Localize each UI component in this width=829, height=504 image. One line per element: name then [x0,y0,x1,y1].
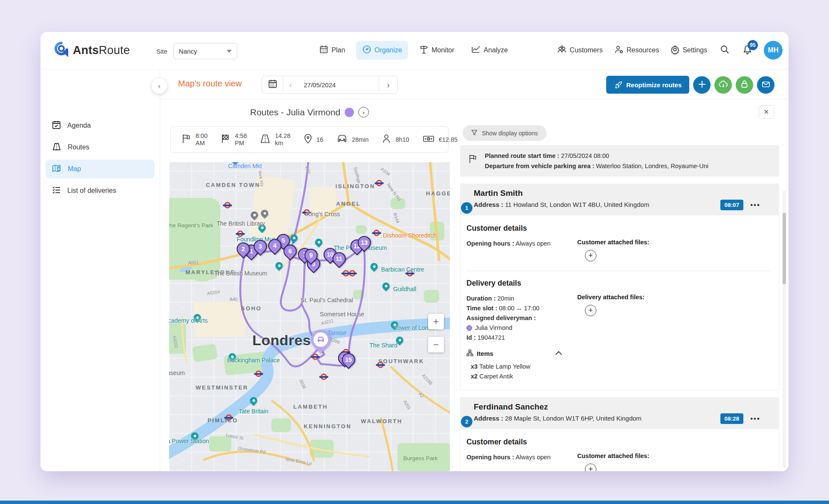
top-navbar: AntsRoute Site Nancy Plan Organize Monit… [40,32,789,69]
next-route-button[interactable]: › [358,107,369,117]
add-customer-file-button[interactable]: + [585,464,596,471]
eta-badge: 08:07 [720,200,744,210]
sidebar-item-list-of-deliveries[interactable]: List of deliveries [46,181,155,200]
people-icon [557,45,567,56]
stop-card-2[interactable]: 2 Ferdinand Sanchez Address : 28 Maple S… [460,397,779,429]
envelope-icon [761,80,771,90]
stop-customer-name: Ferdinand Sanchez [474,402,771,412]
car-icon [336,133,348,146]
sidebar-item-routes[interactable]: Routes [46,138,155,157]
lock-routes-button[interactable] [736,76,753,94]
map-zoom-controls: + − [428,314,444,352]
underground-roundel-icon [349,270,356,277]
stop-marker-number: 9 [305,249,317,261]
calendar-icon [268,79,278,91]
nav-settings[interactable]: Settings [670,45,707,56]
stat-cost: €12.85 [422,133,458,146]
tab-organize[interactable]: Organize [356,41,408,60]
show-display-options-button[interactable]: Show display options [463,125,547,141]
gear-icon [670,45,680,56]
app-logo[interactable]: AntsRoute [53,41,130,59]
route-polyline-layer [169,162,450,471]
bottom-accent-strip [0,501,829,504]
stop-menu-button[interactable]: ••• [750,201,760,209]
banknote-icon [422,133,435,146]
delivery-item: x2 Carpet Antik [471,372,770,381]
departure-label: Departure from vehicle parking area : [485,163,594,169]
stat-start-time: 8:00AM [181,132,207,147]
brand-name: AntsRoute [73,44,130,57]
zoom-out-button[interactable]: − [428,337,444,352]
avatar[interactable]: MH [764,41,783,60]
panel-scrollbar[interactable] [783,191,786,468]
tab-analyze[interactable]: Analyze [465,41,514,60]
sidebar-item-map[interactable]: Map [46,160,155,178]
stop-marker-number: 13 [359,237,370,248]
stop-marker-number: 3 [255,241,266,252]
time-slot: Time slot : 08:00 ↔ 17:00 [466,304,573,313]
underground-roundel-icon [312,354,319,360]
stop-customer-name: Martin Smith [474,189,771,198]
add-customer-file-button[interactable]: + [585,250,596,261]
calendar-picker-button[interactable] [262,76,283,93]
person-gear-icon [614,45,624,56]
nav-customers[interactable]: Customers [557,45,602,56]
zoom-in-button[interactable]: + [428,314,444,329]
search-button[interactable] [718,44,731,57]
previous-day-button[interactable]: ‹ [283,76,298,93]
delivery-details-title: Delivery details [466,279,770,288]
view-header: Map's route view ‹ 27/05/2024 › Reoptimi… [160,69,789,99]
delivery-files-label: Delivery attached files: [577,294,770,301]
date-display[interactable]: 27/05/2024 [298,76,379,93]
eta-badge: 08:28 [720,413,744,424]
site-select[interactable]: Nancy [173,43,237,59]
sidebar-item-agenda[interactable]: Agenda [46,116,155,135]
signpost-icon [419,45,429,56]
next-day-button[interactable]: › [379,76,397,93]
stop-1-details: Customer details Opening hours : Always … [460,215,779,390]
stop-number-badge: 2 [461,416,472,427]
route-start-time-value: 27/05/2024 08:00 [561,152,609,159]
close-panel-button[interactable]: ✕ [759,105,774,119]
start-flag-icon [181,133,192,146]
tab-monitor[interactable]: Monitor [413,41,460,60]
add-route-button[interactable] [693,76,711,94]
stop-card-1[interactable]: 1 Martin Smith Address : 11 Howland St, … [460,183,779,215]
flag-icon [468,153,478,166]
site-select-value: Nancy [179,48,197,55]
reoptimize-routes-button[interactable]: Reoptimize routes [606,76,689,94]
antsroute-logo-icon [53,41,69,59]
stop-2-details: Customer details Opening hours : Always … [460,429,779,471]
route-details-panel: Show display options Planned route start… [460,123,782,471]
map-canvas[interactable]: Camden MktCAMDEN TOWNISLINGTONANGELHAGGE… [169,162,450,471]
collapse-items-button[interactable] [556,351,562,358]
main-tabs: Plan Organize Monitor Analyze [313,41,514,60]
tab-plan[interactable]: Plan [313,41,351,60]
stop-address: Address : 11 Howland St, London W1T 4BU,… [474,200,661,209]
assigned-deliveryman-label: Assigned deliveryman : [466,313,573,323]
chart-icon [471,45,481,56]
stat-drive-time: 28min [336,133,369,146]
opening-hours: Opening hours : Always open [466,239,573,263]
map-icon [52,163,62,175]
route-start-time-label: Planned route start time : [485,152,559,159]
stop-menu-button[interactable]: ••• [750,415,760,423]
sync-routes-button[interactable] [714,76,732,94]
plus-icon [697,80,707,90]
collapse-sidebar-button[interactable]: ‹ [152,78,167,94]
email-routes-button[interactable] [757,76,774,94]
departure-value: Waterloo Station, Londres, Royaume-Uni [596,163,708,169]
nav-resources[interactable]: Resources [614,45,659,56]
scrollbar-thumb[interactable] [783,213,786,284]
add-delivery-file-button[interactable]: + [585,305,596,316]
page-title: Map's route view [178,79,242,89]
road-icon [52,142,62,153]
underground-roundel-icon [376,180,383,186]
notifications-button[interactable]: 95 [742,44,753,57]
stop-marker-number: 15 [343,354,354,365]
stat-work-time: 8h10 [381,133,409,146]
assigned-deliveryman: Julia Virmond [466,323,573,333]
items-header: Items [466,349,493,358]
road-icon [259,133,271,146]
opening-hours: Opening hours : Always open [466,452,573,471]
